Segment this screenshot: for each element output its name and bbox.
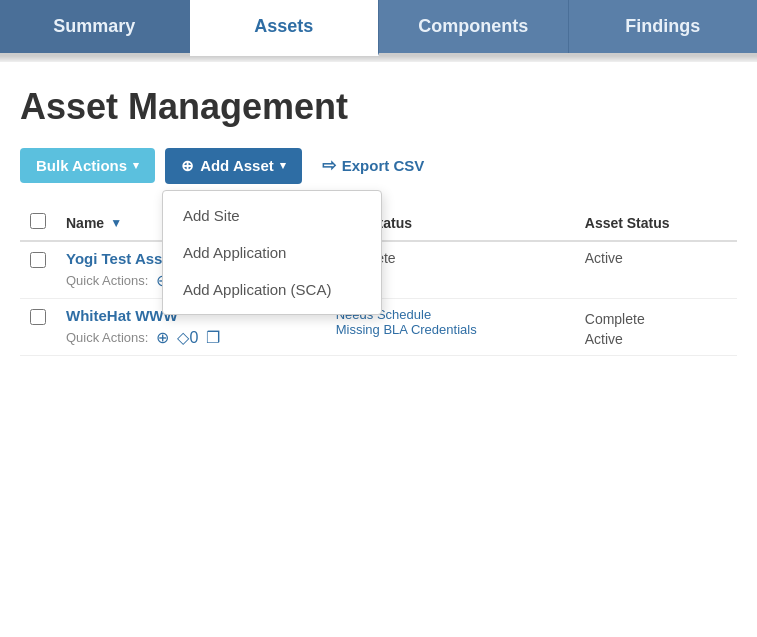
export-icon: ⇨ [322,155,336,176]
export-csv-button[interactable]: ⇨ Export CSV [312,146,435,185]
add-asset-caret: ▾ [280,159,286,172]
navigation-tabs: Summary Assets Components Findings [0,0,757,56]
row1-asset-status: Active [585,246,623,266]
tab-components[interactable]: Components [379,0,569,53]
row1-checkbox-cell [20,241,56,299]
main-content: Asset Management Bulk Actions ▾ ⊕ Add As… [0,62,757,637]
row1-asset-status-cell: Active [575,241,737,299]
dropdown-item-add-site[interactable]: Add Site [163,197,381,234]
page-title: Asset Management [20,86,737,128]
add-asset-dropdown: Add Site Add Application Add Application… [162,190,382,315]
bulk-actions-label: Bulk Actions [36,157,127,174]
name-sort-icon[interactable]: ▼ [110,216,122,230]
row2-quick-actions: Quick Actions: ⊕ ◇0 ❐ [66,328,316,347]
select-all-checkbox[interactable] [30,213,46,229]
row1-checkbox[interactable] [30,252,46,268]
dropdown-item-add-application-sca[interactable]: Add Application (SCA) [163,271,381,308]
action-bar: Bulk Actions ▾ ⊕ Add Asset ▾ ⇨ Export CS… [20,146,737,185]
add-asset-button[interactable]: ⊕ Add Asset ▾ [165,148,302,184]
row2-copy-icon[interactable]: ❐ [206,328,220,347]
row2-quick-actions-label: Quick Actions: [66,330,148,345]
row1-quick-actions-label: Quick Actions: [66,273,148,288]
select-all-header [20,205,56,241]
row2-asset-status: Active [585,327,727,347]
dropdown-item-add-application[interactable]: Add Application [163,234,381,271]
tab-assets[interactable]: Assets [190,0,380,56]
row2-checkbox-cell [20,299,56,356]
row2-checkbox[interactable] [30,309,46,325]
add-asset-label: Add Asset [200,157,274,174]
row2-asset-status-cell: Complete Active [575,299,737,356]
bulk-actions-button[interactable]: Bulk Actions ▾ [20,148,155,183]
tab-summary[interactable]: Summary [0,0,190,53]
row2-plan-status-missing-bla[interactable]: Missing BLA Credentials [336,322,565,337]
circle-plus-icon: ⊕ [181,157,194,175]
name-header-label: Name [66,215,104,231]
row2-asset-status-complete: Complete [585,307,727,327]
bulk-actions-caret: ▾ [133,159,139,172]
export-csv-label: Export CSV [342,157,425,174]
tab-findings[interactable]: Findings [569,0,758,53]
asset-status-column-header: Asset Status [575,205,737,241]
row2-more-icon[interactable]: ⊕ [156,328,169,347]
row2-tag-icon[interactable]: ◇0 [177,328,198,347]
